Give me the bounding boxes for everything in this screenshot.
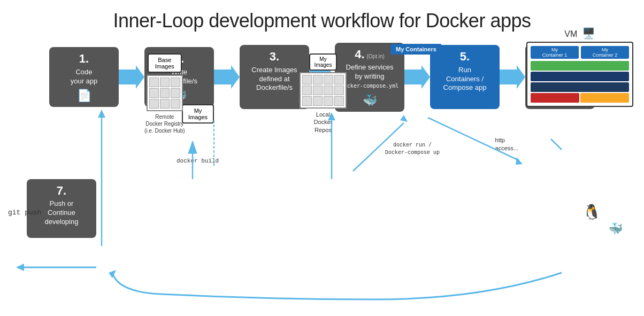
svg-marker-3 [404, 65, 430, 89]
svg-marker-0 [119, 65, 144, 89]
step-4-label: Define servicesby writingdocker-compose.… [341, 63, 398, 90]
vm-bar-navy [531, 82, 629, 92]
svg-line-14 [551, 139, 562, 150]
svg-marker-4 [500, 65, 525, 89]
step-5: 5. RunContainers /Compose app [430, 45, 500, 109]
step-7-label: Push orContinuedeveloping [45, 199, 79, 227]
docker-run-label: docker run /Docker-compose up [385, 142, 440, 157]
vm-outer-box: MyContainer 1 MyContainer 2 [526, 42, 633, 107]
docker-build-label: docker build [177, 158, 219, 164]
step-3-number: 3. [270, 50, 279, 63]
vm-section: VM 🖥️ MyContainer 1 MyContainer 2 [526, 27, 633, 107]
step-1-number: 1. [79, 52, 89, 65]
step-4-icon: 🐳 [363, 94, 377, 107]
vm-container-1: MyContainer 1 [531, 46, 579, 59]
step-4-number: 4. [355, 48, 364, 61]
step-1-icon: 📄 [77, 89, 91, 103]
my-images-local: MyImages [309, 53, 338, 71]
step-4-optin: (Opt.in) [367, 53, 385, 59]
my-images-top: MyImages [182, 104, 214, 124]
docker-whale-icon: 🐳 [608, 222, 623, 236]
local-grid [300, 72, 347, 109]
step-3-label: Create Imagesdefined atDockerfile/s [251, 66, 297, 93]
vm-bar-green [531, 61, 629, 71]
registry-box: BaseImages RemoteDocker Registry(i.e. Do… [144, 53, 185, 134]
step-7-number: 7. [57, 184, 66, 197]
base-images-box: BaseImages [148, 53, 182, 73]
my-containers-box: My Containers [390, 44, 442, 55]
svg-marker-13 [109, 270, 116, 278]
linux-penguin-icon: 🐧 [582, 203, 601, 221]
step-1-label: Codeyour app [71, 68, 98, 86]
step-3: 3. Create Imagesdefined atDockerfile/s [240, 45, 309, 109]
registry-label: RemoteDocker Registry(i.e. Docker Hub) [144, 113, 185, 134]
svg-marker-16 [516, 157, 523, 165]
vm-bar-red [531, 93, 579, 103]
svg-marker-1 [214, 65, 240, 89]
arrow-2-3 [214, 65, 240, 89]
local-repos: MyImages LocalDockerRepos [300, 53, 347, 134]
step-5-label: RunContainers /Compose app [443, 66, 487, 93]
vm-bars [531, 61, 629, 103]
arrow-5-6 [500, 65, 525, 89]
vm-containers-row: MyContainer 1 MyContainer 2 [531, 46, 629, 59]
svg-marker-10 [400, 115, 408, 122]
step-5-number: 5. [460, 50, 470, 63]
registry-grid [147, 75, 183, 111]
git-push-label: git push [8, 209, 41, 217]
local-repos-label: LocalDockerRepos [314, 111, 333, 134]
vm-container-2: MyContainer 2 [581, 46, 629, 59]
step-1: 1. Codeyour app 📄 [49, 47, 119, 107]
svg-marker-12 [16, 264, 24, 271]
http-access-label: httpaccess... [495, 136, 518, 153]
arrow-1-2 [119, 65, 144, 89]
vm-bar-darkblue [531, 72, 629, 81]
vm-bar-yellow [580, 93, 629, 103]
vm-label: VM 🖥️ [526, 27, 633, 40]
arrow-4-5 [404, 65, 430, 89]
